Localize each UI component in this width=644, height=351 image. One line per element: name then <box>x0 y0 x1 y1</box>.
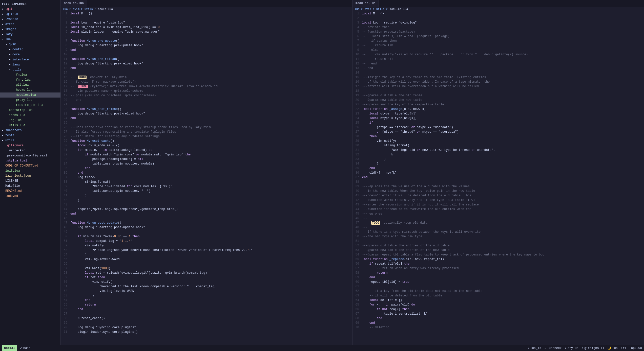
sidebar-item-utils2[interactable]: ▸utils <box>0 138 60 143</box>
sidebar-item-github[interactable]: ▸.github <box>0 12 60 17</box>
status-luacheck: ✦ luacheck <box>544 346 562 350</box>
line-number-27: 27 <box>354 130 360 134</box>
code-line-53: ---@param new table the entries of the n… <box>362 248 643 252</box>
sidebar-item-tests[interactable]: ▸tests <box>0 133 60 138</box>
right-line-numbers: 1234567891011121314151617181920212223242… <box>352 11 361 345</box>
sidebar-item-modules-lua[interactable]: modules.lua <box>0 92 60 98</box>
sidebar-item-luacheckrc[interactable]: .luacheckrc <box>0 148 60 153</box>
sidebar-item-git-lua[interactable]: git.lua <box>0 82 60 87</box>
sidebar-item-require_dir-lua[interactable]: require_dir.lua <box>0 103 60 108</box>
sidebar-item-init-lua[interactable]: init.lua <box>0 168 60 173</box>
breadcrumb-left-text: lua > qvim > utils > hooks.lua <box>63 8 113 11</box>
luacheck-label: luacheck <box>547 346 562 350</box>
line-number-26: 26 <box>354 125 360 130</box>
right-code-area[interactable]: local M = {} local Log = require "qvim.l… <box>361 11 644 345</box>
code-line-18: -- vim.g.colors_name = qvim.colorscheme <box>70 89 351 93</box>
sidebar-label-modules-lua: modules.lua <box>16 93 36 97</box>
line-number-30: 30 <box>354 143 360 148</box>
code-line-46 <box>70 216 351 221</box>
sidebar-item-qvim[interactable]: ▾qvim <box>0 42 60 47</box>
code-line-71: plugin_loader.sync_core_plugins() <box>70 330 351 334</box>
line-number-46: 46 <box>62 216 68 221</box>
app: File Explorer ▸.git▸.github▸.vscode▸afte… <box>0 0 644 345</box>
sidebar-item-interface[interactable]: ▸interface <box>0 57 60 62</box>
sidebar-item-proxy-lua[interactable]: proxy.lua <box>0 98 60 103</box>
line-number-65: 65 <box>354 302 360 307</box>
code-line-56 <box>70 262 351 266</box>
sidebar-item-icons-lua[interactable]: icons.lua <box>0 113 60 118</box>
line-number-58: 58 <box>62 271 68 275</box>
editor-right-content[interactable]: 1234567891011121314151617181920212223242… <box>352 11 644 345</box>
line-number-18: 18 <box>62 89 68 93</box>
sidebar-item-snapshots[interactable]: ▸snapshots <box>0 128 60 133</box>
sidebar-item-stylua[interactable]: .stylua.toml <box>0 158 60 163</box>
sidebar-item-license[interactable]: LICENSE <box>0 178 60 183</box>
sidebar-label-stylua: .stylua.toml <box>5 158 27 163</box>
breadcrumb-left: lua > qvim > utils > hooks.lua <box>61 7 352 11</box>
line-number-24: 24 <box>354 116 360 121</box>
sidebar-item-lazy-lock[interactable]: lazy-lock.json <box>0 173 60 178</box>
code-line-22: function M.run_post_reload() <box>70 107 351 111</box>
sidebar-item-makefile[interactable]: Makefile <box>0 183 60 189</box>
line-number-31: 31 <box>62 148 68 152</box>
code-line-34: ) <box>362 161 643 166</box>
sidebar-item-bootstrap-lua[interactable]: bootstrap.lua <box>0 108 60 113</box>
code-line-26: (otype == "thread" or otype == "userdata… <box>362 125 643 130</box>
sidebar-item-core[interactable]: ▸core <box>0 52 60 57</box>
tab-modules-lua-right[interactable]: modules.lua <box>352 0 379 7</box>
line-number-27: 27 <box>62 130 68 134</box>
sidebar-item-git[interactable]: ▸.git <box>0 7 60 12</box>
sidebar-icon-config: ▸ <box>8 47 12 52</box>
code-line-5: local plugin_loader = require "qvim.core… <box>70 30 351 34</box>
editor-left-content[interactable]: 1234567891011121314151617181920212223242… <box>61 11 352 345</box>
sidebar-item-fn_t-lua[interactable]: fn_t.lua <box>0 77 60 82</box>
sidebar-icon-images: ▸ <box>1 27 5 32</box>
left-code-area[interactable]: local M = {} local Log = require "qvim.l… <box>69 11 352 345</box>
sidebar-label-lazy-lock: lazy-lock.json <box>5 174 31 178</box>
sidebar-item-utils-lua[interactable]: utils.lua <box>0 123 60 128</box>
line-number-2: 2 <box>62 16 68 20</box>
code-line-3: local Log = require "qvim.log" <box>362 20 643 25</box>
sidebar-item-after[interactable]: ▸after <box>0 22 60 27</box>
sidebar-item-lang[interactable]: ▸lang <box>0 62 60 67</box>
line-number-68: 68 <box>354 316 360 321</box>
line-number-14: 14 <box>62 71 68 75</box>
line-number-70: 70 <box>62 325 68 330</box>
sidebar-item-todo[interactable]: todo.md <box>0 194 60 199</box>
position-label: 1:1 <box>621 346 626 350</box>
sidebar-item-fn-lua[interactable]: fn.lua <box>0 72 60 77</box>
code-line-33: ) <box>362 157 643 161</box>
code-line-35: end <box>70 166 351 171</box>
sidebar-item-lua[interactable]: ▾lua <box>0 37 60 42</box>
line-number-43: 43 <box>354 202 360 207</box>
code-line-3: local Log = require "qvim.log" <box>70 20 351 25</box>
line-number-69: 69 <box>354 321 360 325</box>
sidebar-label-code_of_conduct: CODE_OF_CONDUCT.md <box>5 163 38 168</box>
sidebar-item-code_of_conduct[interactable]: CODE_OF_CONDUCT.md <box>0 163 60 168</box>
sidebar-item-utils[interactable]: ▾utils <box>0 67 60 72</box>
line-number-34: 34 <box>62 161 68 166</box>
sidebar-item-log-lua[interactable]: log.lua <box>0 118 60 123</box>
tab-modules-lua-left[interactable]: modules.lua <box>61 0 87 7</box>
line-number-33: 33 <box>354 157 360 161</box>
code-line-42: ---function works recursively and if the… <box>362 198 643 202</box>
sidebar-label-after: after <box>5 22 14 27</box>
line-number-63: 63 <box>62 293 68 298</box>
line-number-7: 7 <box>354 39 360 43</box>
code-line-37: end <box>362 175 643 180</box>
line-number-23: 23 <box>62 111 68 116</box>
code-line-32: if module:match "qvim.core" or module:ma… <box>70 152 351 157</box>
status-right: ✦ lua_ls ✦ luacheck ✦ stylua ± gitsigns … <box>527 346 642 350</box>
code-line-16: -- function M.run_package_complete() <box>70 80 351 84</box>
sidebar-item-vscode[interactable]: ▸.vscode <box>0 17 60 22</box>
sidebar-item-config[interactable]: ▸config <box>0 47 60 52</box>
sidebar-item-gitignore[interactable]: .gitignore <box>0 143 60 148</box>
sidebar-item-pre-commit[interactable]: .pre-commit-config.yaml <box>0 153 60 158</box>
sidebar-label-lua: lua <box>5 37 11 42</box>
sidebar-item-lazy[interactable]: ▸lazy <box>0 32 60 37</box>
sidebar-item-images[interactable]: ▸images <box>0 27 60 32</box>
code-line-20: -- end <box>70 98 351 102</box>
line-number-26: 26 <box>62 125 68 130</box>
sidebar-item-hooks-lua[interactable]: hooks.lua <box>0 87 60 92</box>
sidebar-item-readme[interactable]: README.md <box>0 189 60 194</box>
